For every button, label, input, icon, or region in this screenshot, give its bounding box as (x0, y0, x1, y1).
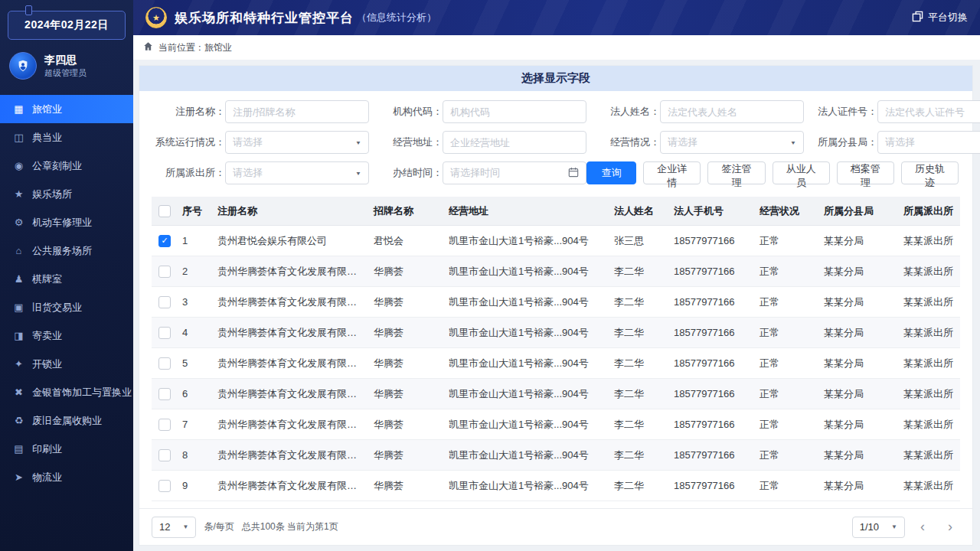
page-size-select[interactable]: 12 ▼ (152, 517, 196, 538)
cell-4: 李二华 (609, 448, 669, 462)
filter-input-legal-name[interactable] (660, 100, 804, 123)
sidebar-item-hotel-industry[interactable]: ▦旅馆业 (0, 95, 133, 123)
cell-5: 18577977166 (669, 449, 755, 461)
secondhand-trade-icon: ▣ (12, 302, 25, 313)
cell-8: 某某派出所 (899, 326, 960, 340)
filter-select-branch-bureau[interactable]: 请选择▼ (877, 131, 980, 154)
sidebar-item-label: 机动车修理业 (32, 216, 92, 230)
archive-manage-button[interactable]: 档案管理 (837, 161, 894, 184)
sidebar-item-logistics[interactable]: ➤物流业 (0, 463, 133, 491)
sidebar-item-label: 寄卖业 (32, 329, 62, 343)
cell-4: 李二华 (609, 326, 669, 340)
consignment-icon: ◨ (12, 330, 25, 341)
cell-7: 某某分局 (819, 479, 899, 493)
table-row: 5贵州华腾荟体育文化发展有限公司华腾荟凯里市金山大道1号裕豪...904号李二华… (152, 348, 960, 379)
filter-buttons: 查询企业详情签注管理从业人员档案管理历史轨迹 (586, 161, 960, 184)
sidebar-item-secondhand-trade[interactable]: ▣旧货交易业 (0, 293, 133, 321)
cell-3: 凯里市金山大道1号裕豪...904号 (444, 265, 609, 279)
sidebar-item-jewelry-processing[interactable]: ✖金银首饰加工与置换业 (0, 378, 133, 406)
cell-6: 正常 (755, 448, 819, 462)
vehicle-repair-icon: ⚙ (12, 217, 25, 228)
date-display: 2024年02月22日 (8, 11, 126, 40)
sidebar-item-public-service-places[interactable]: ⌂公共服务场所 (0, 236, 133, 265)
sidebar-item-label: 旅馆业 (32, 103, 62, 116)
select-all-cell (152, 205, 178, 217)
enterprise-detail-button[interactable]: 企业详情 (643, 161, 701, 184)
platform-switch-icon (912, 11, 923, 24)
filter-input-legal-id[interactable] (877, 100, 980, 123)
cell-0: 7 (178, 419, 213, 430)
cell-7: 某某分局 (819, 295, 899, 309)
endorsement-manage-button[interactable]: 签注管理 (707, 161, 765, 184)
cell-1: 贵州华腾荟体育文化发展有限公司 (213, 448, 369, 462)
column-header-4: 法人姓名 (609, 204, 669, 218)
cell-2: 君悦会 (369, 234, 444, 248)
filter-input-business-address[interactable] (443, 131, 586, 154)
breadcrumb: 当前位置：旅馆业 (133, 35, 980, 60)
sidebar-item-consignment[interactable]: ◨寄卖业 (0, 321, 133, 350)
cell-0: 8 (178, 449, 213, 461)
sidebar-item-printing[interactable]: ▤印刷业 (0, 435, 133, 463)
filter-input-org-code[interactable] (443, 100, 586, 123)
row-checkbox-cell (152, 480, 178, 492)
sidebar-item-locksmith[interactable]: ✦开锁业 (0, 350, 133, 378)
cell-2: 华腾荟 (369, 265, 444, 279)
cell-5: 18577977166 (669, 235, 755, 246)
pawn-industry-icon: ◫ (12, 132, 25, 143)
row-checkbox[interactable] (158, 296, 171, 308)
platform-switch-button[interactable]: 平台切换 (912, 11, 968, 24)
cell-4: 李二华 (609, 387, 669, 401)
next-page-button[interactable]: › (940, 517, 960, 537)
cell-2: 华腾荟 (369, 418, 444, 432)
row-checkbox-cell: ✓ (152, 235, 178, 247)
sidebar-item-chess-card-room[interactable]: ♟棋牌室 (0, 265, 133, 293)
query-button[interactable]: 查询 (586, 161, 636, 184)
page-jump-select[interactable]: 1/10 ▼ (852, 517, 905, 538)
filter-placeholder-police-station: 请选择 (233, 166, 263, 180)
filter-select-police-station[interactable]: 请选择▼ (225, 161, 369, 184)
app-logo-icon: ★ (145, 7, 167, 28)
sidebar-item-label: 物流业 (32, 471, 62, 484)
filter-date-close-time[interactable]: 请选择时间 (443, 161, 586, 184)
filter-select-business-status[interactable]: 请选择▼ (660, 131, 804, 154)
filter-select-system-status[interactable]: 请选择▼ (225, 131, 369, 154)
filter-field-police-station: 所属派出所：请选择▼ (152, 161, 369, 184)
history-track-button[interactable]: 历史轨迹 (901, 161, 959, 184)
row-checkbox[interactable] (158, 327, 171, 339)
app-subtitle: （信息统计分析） (357, 11, 436, 24)
row-checkbox[interactable] (158, 388, 171, 400)
jewelry-processing-icon: ✖ (12, 386, 25, 398)
column-header-6: 经营状况 (755, 204, 819, 218)
row-checkbox[interactable] (158, 266, 171, 278)
table-row: 8贵州华腾荟体育文化发展有限公司华腾荟凯里市金山大道1号裕豪...904号李二华… (152, 440, 960, 471)
cell-2: 华腾荟 (369, 479, 444, 493)
sidebar-item-entertainment-venues[interactable]: ★娱乐场所 (0, 180, 133, 208)
sidebar-item-seal-engraving[interactable]: ◉公章刻制业 (0, 152, 133, 180)
printing-icon: ▤ (12, 443, 25, 455)
cell-8: 某某派出所 (899, 234, 960, 248)
sidebar-item-label: 金银首饰加工与置换业 (32, 386, 132, 399)
column-header-5: 法人手机号 (669, 204, 755, 218)
table-row: 6贵州华腾荟体育文化发展有限公司华腾荟凯里市金山大道1号裕豪...904号李二华… (152, 379, 960, 409)
cell-5: 18577977166 (669, 296, 755, 308)
filter-field-registered-name: 注册名称： (152, 100, 369, 123)
sidebar-item-vehicle-repair[interactable]: ⚙机动车修理业 (0, 208, 133, 236)
cell-8: 某某派出所 (899, 418, 960, 432)
select-all-checkbox[interactable] (158, 205, 171, 217)
cell-5: 18577977166 (669, 480, 755, 491)
filter-input-registered-name[interactable] (225, 100, 369, 123)
row-checkbox[interactable] (158, 449, 171, 461)
cell-7: 某某分局 (819, 387, 899, 401)
row-checkbox[interactable] (158, 419, 171, 431)
prev-page-button[interactable]: ‹ (913, 517, 933, 537)
cell-0: 3 (178, 296, 213, 308)
column-header-8: 所属派出所 (899, 204, 960, 218)
sidebar-item-pawn-industry[interactable]: ◫典当业 (0, 123, 133, 152)
row-checkbox[interactable]: ✓ (158, 235, 171, 247)
row-checkbox[interactable] (158, 480, 171, 492)
staff-button[interactable]: 从业人员 (773, 161, 830, 184)
sidebar-item-scrap-metal[interactable]: ♻废旧金属收购业 (0, 406, 133, 435)
cell-5: 18577977166 (669, 327, 755, 338)
row-checkbox[interactable] (158, 357, 171, 370)
user-profile: 李四思 超级管理员 (0, 40, 133, 90)
